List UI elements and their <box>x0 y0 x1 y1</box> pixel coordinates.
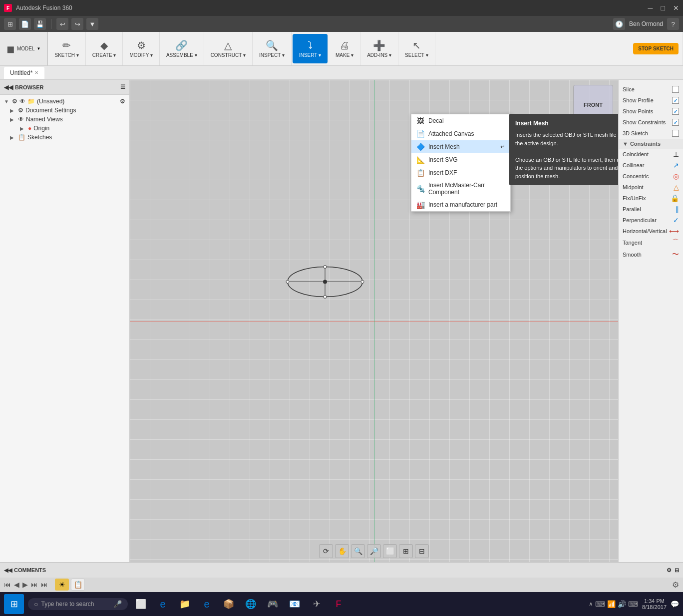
view-menu-button[interactable]: ⊟ <box>415 544 429 558</box>
start-button[interactable]: ⊞ <box>4 594 24 614</box>
modify-button[interactable]: ⚙ MODIFY ▾ <box>127 38 155 59</box>
timeline-end-button[interactable]: ⏭ <box>41 581 48 589</box>
notification-icon[interactable]: 💬 <box>671 600 679 608</box>
addins-button[interactable]: ➕ ADD-INS ▾ <box>364 38 394 59</box>
restore-button[interactable]: □ <box>661 4 665 12</box>
constraint-horiz-vert[interactable]: Horizontal/Vertical ⟷ <box>619 226 683 237</box>
timeline-gear-icon[interactable]: ⚙ <box>672 581 679 589</box>
comments-collapse-icon[interactable]: ◀◀ <box>4 567 12 574</box>
tree-item-doc-settings[interactable]: ▶ ⚙ Document Settings <box>0 106 129 115</box>
taskbar-task-view[interactable]: ⬜ <box>132 595 150 613</box>
orbit-button[interactable]: ⟳ <box>319 544 333 558</box>
timeline-settings-icon[interactable]: 📋 <box>71 579 85 591</box>
tree-item-sketches[interactable]: ▶ 📋 Sketches <box>0 133 129 142</box>
comments-settings-icon[interactable]: ⚙ <box>667 567 672 574</box>
constraint-fix[interactable]: Fix/UnFix 🔒 <box>619 193 683 204</box>
3d-sketch-checkbox[interactable] <box>672 130 679 137</box>
save-icon[interactable]: 💾 <box>34 18 46 30</box>
panel-show-constraints[interactable]: Show Constraints ✓ <box>619 117 683 128</box>
fit-button[interactable]: 🔎 <box>367 544 381 558</box>
construct-button[interactable]: △ CONSTRUCT ▾ <box>208 38 248 59</box>
taskbar-edge[interactable]: e <box>154 595 172 613</box>
insert-button[interactable]: ⤵ INSERT ▾ <box>297 38 324 59</box>
taskbar-app7[interactable]: ✈ <box>308 595 326 613</box>
grid-button[interactable]: ⊞ <box>399 544 413 558</box>
create-button[interactable]: ◆ CREATE ▾ <box>90 38 119 59</box>
canvas-area[interactable]: FRONT Z ⟳ ✋ 🔍 🔎 ⬜ ⊞ ⊟ 🖼 Decal 📄 A <box>130 80 618 562</box>
constraints-collapse-icon[interactable]: ▼ <box>623 141 628 147</box>
zoom-in-button[interactable]: 🔍 <box>351 544 365 558</box>
menu-item-manufacturer[interactable]: 🏭 Insert a manufacturer part <box>411 198 510 211</box>
select-button[interactable]: ↖ SELECT ▾ <box>402 38 431 59</box>
close-button[interactable]: ✕ <box>673 4 679 12</box>
panel-slice[interactable]: Slice <box>619 84 683 95</box>
sketch-button[interactable]: ✏ SKETCH ▾ <box>52 38 81 59</box>
assemble-button[interactable]: 🔗 ASSEMBLE ▾ <box>164 38 200 59</box>
microphone-icon[interactable]: 🎤 <box>113 600 122 608</box>
constraint-perpendicular[interactable]: Perpendicular ✓ <box>619 215 683 226</box>
taskbar-fusion[interactable]: F <box>330 595 347 613</box>
sketch-object[interactable] <box>285 262 365 303</box>
minimize-button[interactable]: ─ <box>648 4 653 12</box>
menu-item-mcmaster[interactable]: 🔩 Insert McMaster-Carr Component <box>411 179 510 198</box>
timeline-play-button[interactable]: ▶ <box>22 581 28 589</box>
undo-icon[interactable]: ↩ <box>56 18 68 30</box>
tab-close-icon[interactable]: ✕ <box>34 70 38 75</box>
taskbar-volume-icon[interactable]: 🔊 <box>618 600 626 608</box>
constraint-midpoint[interactable]: Midpoint △ <box>619 182 683 193</box>
show-constraints-checkbox[interactable]: ✓ <box>672 119 679 126</box>
menu-item-decal[interactable]: 🖼 Decal <box>411 114 510 127</box>
taskbar-chevron-icon[interactable]: ∧ <box>589 601 593 608</box>
menu-item-insert-svg[interactable]: 📐 Insert SVG <box>411 153 510 166</box>
taskbar-wifi-icon[interactable]: 📶 <box>607 600 616 608</box>
history-icon[interactable]: ▼ <box>86 18 98 30</box>
untitled-tab[interactable]: Untitled* ✕ <box>4 67 44 79</box>
collapse-icon[interactable]: ◀◀ <box>4 84 13 91</box>
panel-3d-sketch[interactable]: 3D Sketch <box>619 128 683 139</box>
taskbar-keyboard-icon[interactable]: ⌨ <box>628 600 638 608</box>
comments-expand-icon[interactable]: ⊟ <box>675 567 679 574</box>
taskbar-explorer[interactable]: 📁 <box>176 595 194 613</box>
timeline-prev-button[interactable]: ◀ <box>14 581 19 589</box>
menu-item-attached-canvas[interactable]: 📄 Attached Canvas <box>411 127 510 140</box>
app-grid-icon[interactable]: ⊞ <box>4 18 16 30</box>
help-icon[interactable]: ? <box>667 18 679 30</box>
show-points-checkbox[interactable]: ✓ <box>672 108 679 115</box>
tree-item-origin[interactable]: ▶ ● Origin <box>0 124 129 133</box>
constraint-concentric[interactable]: Concentric ◎ <box>619 171 683 182</box>
timeline-next-button[interactable]: ⏭ <box>31 581 38 589</box>
menu-item-insert-mesh[interactable]: 🔷 Insert Mesh ↵ <box>411 140 510 153</box>
compute-icon[interactable]: ☀ <box>55 579 69 591</box>
taskbar-store[interactable]: 📦 <box>220 595 238 613</box>
root-settings-icon[interactable]: ⚙ <box>120 98 125 105</box>
show-profile-checkbox[interactable]: ✓ <box>672 97 679 104</box>
model-button[interactable]: ◼ MODEL ▼ <box>4 41 43 56</box>
constraint-parallel[interactable]: Parallel ∥ <box>619 204 683 215</box>
panel-show-points[interactable]: Show Points ✓ <box>619 106 683 117</box>
constraint-coincident[interactable]: Coincident ⊥ <box>619 149 683 160</box>
inspect-button[interactable]: 🔍 INSPECT ▾ <box>257 38 287 59</box>
clock-icon[interactable]: 🕐 <box>613 18 625 30</box>
constraint-tangent[interactable]: Tangent ⌒ <box>619 237 683 249</box>
search-bar[interactable]: ○ Type here to search 🎤 <box>28 598 128 610</box>
browser-options-icon[interactable]: ☰ <box>120 84 125 90</box>
stop-sketch-button[interactable]: STOP SKETCH <box>633 43 679 54</box>
slice-checkbox[interactable] <box>672 86 679 93</box>
pan-button[interactable]: ✋ <box>335 544 349 558</box>
taskbar-chrome[interactable]: 🌐 <box>242 595 260 613</box>
taskbar-edge2[interactable]: e <box>198 595 216 613</box>
constraint-smooth[interactable]: Smooth 〜 <box>619 249 683 261</box>
constraint-collinear[interactable]: Collinear ↗ <box>619 160 683 171</box>
make-button[interactable]: 🖨 MAKE ▾ <box>333 38 356 59</box>
display-mode-button[interactable]: ⬜ <box>383 544 397 558</box>
taskbar-steam[interactable]: 🎮 <box>264 595 282 613</box>
taskbar-keyb-icon[interactable]: ⌨ <box>595 600 605 608</box>
menu-item-insert-dxf[interactable]: 📋 Insert DXF <box>411 166 510 179</box>
tree-item-root[interactable]: ▼ ⚙ 👁 📁 (Unsaved) ⚙ <box>0 97 129 106</box>
file-icon[interactable]: 📄 <box>19 18 31 30</box>
redo-icon[interactable]: ↪ <box>71 18 83 30</box>
panel-show-profile[interactable]: Show Profile ✓ <box>619 95 683 106</box>
timeline-rewind-button[interactable]: ⏮ <box>4 581 11 589</box>
taskbar-time[interactable]: 1:34 PM 8/18/2017 <box>642 598 667 610</box>
taskbar-app6[interactable]: 📧 <box>286 595 304 613</box>
